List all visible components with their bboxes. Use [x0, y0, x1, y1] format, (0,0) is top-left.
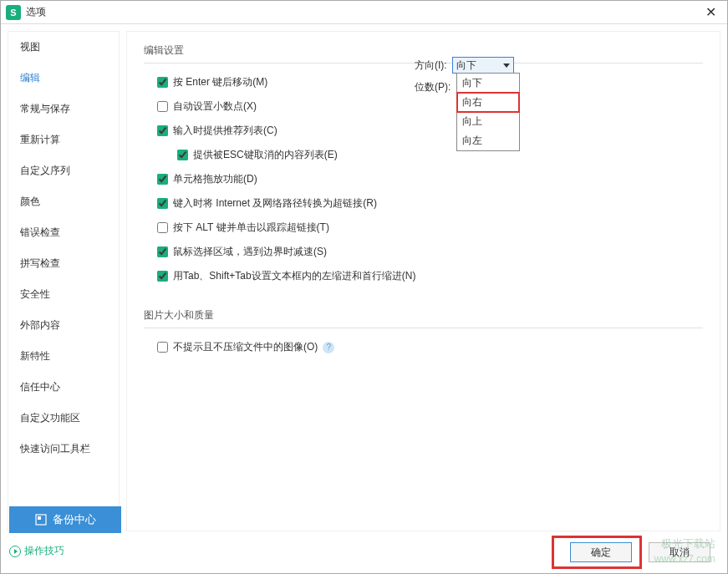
label-enter-move: 按 Enter 键后移动(M)	[173, 75, 267, 89]
sidebar-item-edit[interactable]: 编辑	[8, 63, 119, 94]
sidebar-item-view[interactable]: 视图	[8, 32, 119, 63]
label-hyperlink: 键入时将 Internet 及网络路径转换为超链接(R)	[173, 196, 377, 211]
label-mouse-select: 鼠标选择区域，遇到边界时减速(S)	[173, 245, 327, 259]
dropdown-option-right[interactable]: 向右	[457, 93, 519, 112]
close-button[interactable]: ✕	[699, 1, 722, 24]
checkbox-cell-drag[interactable]	[157, 174, 168, 185]
chevron-down-icon	[503, 63, 510, 68]
sidebar: 视图 编辑 常规与保存 重新计算 自定义序列 颜色 错误检查 拼写检查 安全性 …	[8, 31, 120, 531]
label-direction: 方向(I):	[415, 58, 447, 73]
checkbox-enter-move[interactable]	[157, 77, 168, 88]
checkbox-hyperlink[interactable]	[157, 198, 168, 209]
sidebar-item-error-check[interactable]: 错误检查	[8, 217, 119, 248]
select-direction-value: 向下	[456, 58, 476, 73]
checkbox-esc-cancel[interactable]	[177, 150, 188, 160]
main-panel: 编辑设置 按 Enter 键后移动(M) 方向(I): 向下 向下 向右 向上 …	[126, 31, 720, 531]
sidebar-item-custom-sequence[interactable]: 自定义序列	[8, 155, 119, 186]
sidebar-item-new-features[interactable]: 新特性	[8, 341, 119, 372]
label-no-compress: 不提示且不压缩文件中的图像(O)	[173, 340, 318, 354]
svg-rect-1	[38, 516, 41, 520]
sidebar-item-spell-check[interactable]: 拼写检查	[8, 248, 119, 279]
footer: 确定 取消	[1, 531, 727, 573]
checkbox-no-compress[interactable]	[157, 342, 168, 353]
label-alt-click: 按下 ALT 键并单击以跟踪超链接(T)	[173, 221, 329, 235]
dropdown-option-up[interactable]: 向上	[457, 112, 519, 131]
checkbox-tab-indent[interactable]	[157, 271, 168, 282]
checkbox-alt-click[interactable]	[157, 222, 168, 233]
ok-highlight-box: 确定	[553, 537, 640, 567]
label-recommend-list: 输入时提供推荐列表(C)	[173, 124, 277, 138]
checkbox-auto-decimal[interactable]	[157, 101, 168, 112]
sidebar-item-external-content[interactable]: 外部内容	[8, 310, 119, 341]
label-auto-decimal: 自动设置小数点(X)	[173, 99, 257, 114]
checkbox-recommend-list[interactable]	[157, 125, 168, 136]
sidebar-item-color[interactable]: 颜色	[8, 186, 119, 217]
direction-dropdown: 向下 向右 向上 向左	[456, 73, 520, 151]
dropdown-option-down[interactable]: 向下	[457, 74, 519, 93]
section-edit-settings-title: 编辑设置	[144, 43, 703, 58]
checkbox-mouse-select[interactable]	[157, 246, 168, 257]
section-image-quality-title: 图片大小和质量	[144, 308, 703, 323]
sidebar-item-recalculate[interactable]: 重新计算	[8, 124, 119, 155]
label-cell-drag: 单元格拖放功能(D)	[173, 172, 257, 186]
backup-center-button[interactable]: 备份中心	[9, 506, 121, 533]
help-icon[interactable]: ?	[323, 342, 334, 353]
select-direction[interactable]: 向下	[452, 57, 514, 74]
label-tab-indent: 用Tab、Shift+Tab设置文本框内的左缩进和首行缩进(N)	[173, 269, 415, 283]
sidebar-item-quick-access[interactable]: 快速访问工具栏	[8, 434, 119, 465]
sidebar-item-security[interactable]: 安全性	[8, 279, 119, 310]
app-icon: S	[6, 5, 21, 20]
label-digits: 位数(P):	[415, 80, 451, 94]
sidebar-item-general-save[interactable]: 常规与保存	[8, 94, 119, 124]
backup-icon	[34, 513, 48, 526]
label-esc-cancel: 提供被ESC键取消的内容列表(E)	[193, 148, 338, 162]
cancel-button[interactable]: 取消	[649, 542, 710, 562]
backup-center-label: 备份中心	[53, 512, 96, 527]
titlebar: S 选项 ✕	[1, 1, 727, 24]
window-title: 选项	[26, 5, 699, 19]
dropdown-option-left[interactable]: 向左	[457, 131, 519, 150]
ok-button[interactable]: 确定	[570, 542, 632, 562]
sidebar-item-trust-center[interactable]: 信任中心	[8, 372, 119, 403]
sidebar-item-custom-ribbon[interactable]: 自定义功能区	[8, 403, 119, 434]
